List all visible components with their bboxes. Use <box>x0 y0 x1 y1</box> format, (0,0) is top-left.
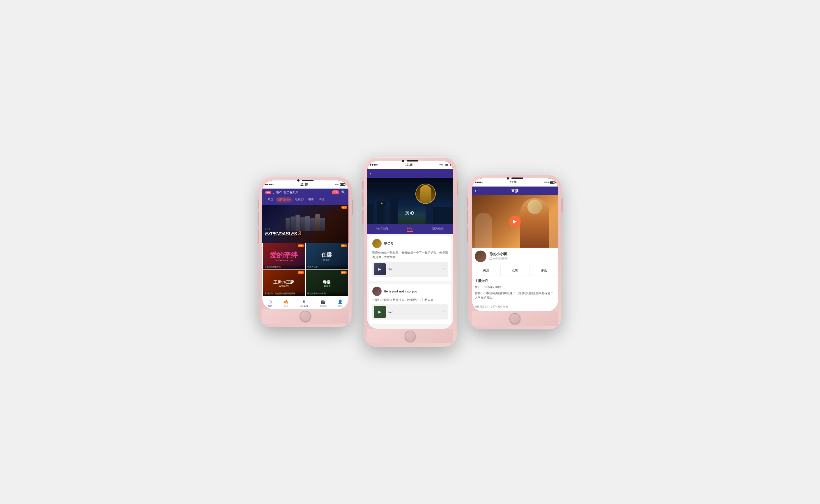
post-1-text: 谢谢你的每一部作品，都带给我一个不一样的胡歌，但是那都是你，大爱胡歌。 <box>372 251 448 259</box>
play-button[interactable]: ▶ <box>509 216 521 227</box>
camera-dot-3 <box>507 177 509 180</box>
top-navigation: 精选 VIP福利社 电视剧 电影 动漫 <box>262 196 348 205</box>
grid-item-4[interactable]: VIP 毒枭 HEROIN 硬汉彭于晏扫扫毒枭 <box>306 270 348 296</box>
vol-silent-2[interactable] <box>362 210 363 224</box>
nav-tv[interactable]: 电视剧 <box>292 197 306 203</box>
username-1: 绿仁奇 <box>384 241 393 246</box>
signal-3 <box>475 182 483 183</box>
grid-sub-4: 硬汉彭于晏扫扫毒枭 <box>307 292 346 295</box>
drama3-title: 王牌vs王牌 <box>273 280 294 285</box>
portrait-inner <box>416 184 435 203</box>
power-button-2[interactable] <box>457 181 458 195</box>
feed-banner: 沉心 <box>367 178 453 224</box>
follow-button[interactable]: 关注 <box>472 265 501 276</box>
back-button-3[interactable]: ‹ <box>475 188 476 194</box>
vol-down-2[interactable] <box>362 192 363 207</box>
post-1-header: 绿仁奇 <box>372 239 448 248</box>
nav-anime[interactable]: 动漫 <box>316 197 327 203</box>
camera-speaker-2 <box>402 160 418 162</box>
camera-dot-2 <box>402 160 404 162</box>
vol-down-3[interactable] <box>467 210 469 224</box>
feed-post-1: 绿仁奇 谢谢你的每一部作品，都带给我一个不一样的胡歌，但是那都是你，大爱胡歌。 … <box>369 236 451 281</box>
bottom-nav-vip[interactable]: ♛ VIP会战 <box>300 299 308 308</box>
back-button-2[interactable]: ‹ <box>370 171 371 176</box>
like-icon-2[interactable]: ♡ <box>443 310 446 314</box>
media-card-2[interactable]: ▶ 673 ♡ <box>372 304 448 320</box>
profile-label: 我的 <box>338 305 342 308</box>
camera-dot <box>297 179 299 182</box>
page-title-live: 直播 <box>511 188 519 194</box>
nav-vip-club[interactable]: VIP福利社 <box>276 197 292 203</box>
grid-item-3[interactable]: VIP 王牌vs王牌 WANGPAI 看刘德华、黄晓明如何王牌逗王牌 <box>263 270 305 296</box>
tab-friends[interactable]: 好友 <box>407 226 413 232</box>
time-display-3: 12:35 <box>510 181 518 184</box>
char-5 <box>305 216 310 231</box>
streamer-info: 你的小小啊 10 分钟前开播 <box>472 248 558 265</box>
vol-silent-3[interactable] <box>467 227 469 242</box>
bottom-nav-home[interactable]: ⊞ 首页 <box>268 299 272 308</box>
search-icon[interactable]: 🔍 <box>341 190 345 194</box>
bottom-navigation-1: ⊞ 首页 🔥 热点 ♛ VIP会战 🎬 影视圈 👤 我的 <box>262 297 348 309</box>
home-button-3[interactable] <box>510 313 521 324</box>
camera-speaker-3 <box>507 177 523 180</box>
streamer-online-time: 10 分钟前开播 <box>489 257 508 261</box>
vol-up-3[interactable] <box>467 198 469 207</box>
camera-speaker-area <box>297 179 313 182</box>
thumb-inner-1: ▶ <box>374 263 386 275</box>
bio-title: 主播介绍 <box>475 279 555 283</box>
vip-crown-icon: ♛ <box>302 299 306 304</box>
hot-label: 热点 <box>284 305 288 308</box>
tab-hot-feed[interactable]: 热门动态 <box>376 226 388 232</box>
vip-label: VIP会战 <box>300 305 308 308</box>
movie-poster-circle <box>416 184 436 204</box>
portrait-figure <box>420 185 432 203</box>
avatar-img-1 <box>372 239 381 248</box>
nav-movie[interactable]: 电影 <box>306 197 316 203</box>
media-count-2: 673 <box>388 310 393 314</box>
avatar-img-2 <box>372 287 381 296</box>
username-2: He is just not into you <box>384 290 418 293</box>
grid-sub-2: 怀念养任梁 <box>307 265 346 268</box>
app-header-3: ‹ 直播 <box>472 187 558 195</box>
content-grid: VIP 爱的牵绊 The Families of Love 云酷独播爱的牵挂 V… <box>262 243 348 297</box>
open-vip-button[interactable]: 开通 <box>332 190 339 194</box>
phone-1-content: VIP 开通VIP会员看大片 开通 🔍 精选 VIP福利社 电视剧 电影 动漫 <box>262 189 348 309</box>
vol-silent-button[interactable] <box>258 229 259 244</box>
city-bg: 沉心 <box>367 178 453 224</box>
phone-2-screen: 12:35 WiFi ‹ <box>367 161 453 329</box>
profile-icon: 👤 <box>338 299 342 304</box>
vol-up-button[interactable] <box>258 200 259 209</box>
like-icon-1[interactable]: ♡ <box>443 267 446 271</box>
building-top <box>381 203 382 204</box>
live-banner: ▶ <box>472 195 558 248</box>
power-button[interactable] <box>352 200 353 215</box>
phone-3: 12:35 WiFi ‹ 直播 ▶ <box>469 175 562 329</box>
film-icon: 🎬 <box>320 299 325 304</box>
home-button-1[interactable] <box>300 311 311 322</box>
film-label: 影视圈 <box>319 305 326 308</box>
bottom-nav-film[interactable]: 🎬 影视圈 <box>319 299 326 308</box>
grid-overlay-1: 云酷独播爱的牵挂 <box>263 264 305 269</box>
nav-jingxuan[interactable]: 精选 <box>265 197 276 203</box>
banner-image[interactable]: VIP THE EXPENDABLES 3 <box>262 205 348 243</box>
grid-item-1[interactable]: VIP 爱的牵绊 The Families of Love 云酷独播爱的牵挂 <box>263 243 305 269</box>
person-dress <box>475 213 492 248</box>
vol-down-button[interactable] <box>258 212 259 226</box>
power-button-3[interactable] <box>562 198 563 213</box>
post-2-text: 一部好片能让人想起过去，映射现在，幻想未来。 <box>372 298 448 302</box>
status-icons: WiFi <box>334 183 345 186</box>
phone-2: 12:35 WiFi ‹ <box>363 157 457 347</box>
banner-overlay-text: 沉心 <box>405 210 415 216</box>
bottom-nav-profile[interactable]: 👤 我的 <box>338 299 342 308</box>
media-card-1[interactable]: ▶ 328 ♡ <box>372 262 448 277</box>
post-2-header: He is just not into you <box>372 287 448 296</box>
bottom-nav-hot[interactable]: 🔥 热点 <box>283 299 288 308</box>
phone-1-bottom <box>262 309 348 324</box>
vol-up-2[interactable] <box>362 181 363 189</box>
home-button-2[interactable] <box>404 331 416 342</box>
comment-button[interactable]: 评论 <box>530 265 558 276</box>
tab-my-feed[interactable]: 我的动态 <box>432 226 444 232</box>
streamer-stats: 398257关注 2674390点赞 <box>472 303 558 311</box>
grid-item-2[interactable]: VIP 任梁 偶像剧 怀念养任梁 <box>306 243 348 269</box>
like-button[interactable]: 点赞 <box>501 265 530 276</box>
